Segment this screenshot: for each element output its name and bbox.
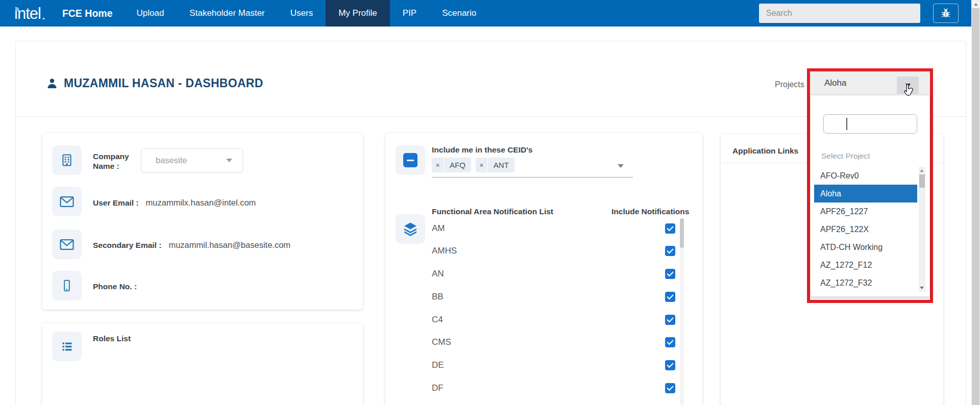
intel-logo-registered-mark	[43, 18, 44, 19]
functional-area-row: AMHS	[432, 245, 675, 257]
include-notifications-header: Include Notifications	[611, 207, 689, 216]
text-cursor	[846, 118, 847, 130]
functional-area-name: DF	[432, 383, 444, 393]
chevron-down-icon	[226, 159, 232, 162]
page-scrollbar[interactable]	[971, 0, 980, 405]
notification-list-scrollbar[interactable]	[680, 218, 684, 405]
list-icon	[60, 340, 74, 353]
layers-icon	[403, 221, 418, 237]
project-list-scrollbar-thumb[interactable]	[919, 174, 925, 188]
notification-list-scrollbar-thumb[interactable]	[680, 218, 684, 248]
company-select[interactable]: basesite	[141, 148, 243, 172]
project-search-input[interactable]	[823, 114, 917, 134]
functional-area-row: AM	[432, 223, 675, 234]
envelope-icon	[59, 195, 75, 208]
nav-item-users[interactable]: Users	[278, 0, 326, 27]
nav-item-scenario[interactable]: Scenario	[429, 0, 489, 27]
include-notification-checkbox[interactable]	[665, 337, 675, 347]
functional-area-icon-tile	[396, 214, 425, 244]
project-option[interactable]: AZ_1272_F32	[814, 274, 917, 292]
mobile-phone-icon	[60, 279, 74, 292]
page-scrollbar-thumb[interactable]	[972, 8, 979, 405]
bug-report-button[interactable]	[933, 4, 959, 23]
project-select-value: Aloha	[824, 71, 846, 95]
functional-area-name: AMHS	[432, 246, 457, 256]
scroll-down-icon[interactable]	[920, 287, 924, 289]
secondary-email-value: muzammil.hasan@basesite.com	[168, 240, 290, 250]
ceid-dropdown-caret-icon[interactable]	[618, 164, 624, 168]
nav-item-fce-home[interactable]: FCE Home	[51, 0, 124, 27]
include-notification-checkbox[interactable]	[665, 246, 675, 256]
roles-card	[42, 323, 363, 405]
nav-item-my-profile[interactable]: My Profile	[326, 0, 390, 27]
project-dropdown-annotation-box: Aloha Select Project AFO-Rev0 Aloha APF2…	[807, 68, 933, 303]
select-project-group-label: Select Project	[821, 151, 870, 161]
bug-icon	[940, 8, 951, 19]
intel-logo-dot-icon	[15, 8, 19, 11]
search-input[interactable]	[759, 4, 920, 23]
roles-icon-tile	[52, 332, 82, 361]
functional-area-row: DF	[432, 383, 675, 394]
include-notification-checkbox[interactable]	[665, 315, 675, 325]
project-option[interactable]: AZ_1272_F12	[814, 256, 917, 274]
project-option[interactable]: AFO-Rev0	[814, 167, 917, 185]
company-select-value: basesite	[156, 156, 187, 165]
remove-tag-icon[interactable]	[476, 158, 488, 172]
secondary-email-label: Secondary Email :	[93, 241, 161, 250]
functional-area-name: C4	[432, 315, 443, 325]
functional-area-name: BB	[432, 292, 444, 302]
company-name-label: Company Name :	[93, 151, 134, 171]
ceid-tag: AFQ	[432, 158, 471, 172]
ceid-title: Include me in these CEID's	[432, 145, 533, 155]
page-title-text: MUZAMMIL HASAN - DASHBOARD	[64, 77, 263, 90]
include-notification-checkbox[interactable]	[665, 223, 675, 234]
include-notification-checkbox[interactable]	[665, 292, 675, 302]
project-list-scrollbar[interactable]	[919, 167, 925, 292]
functional-area-list-title: Functional Area Notification List	[432, 207, 553, 216]
nav-item-upload[interactable]: Upload	[124, 0, 177, 27]
envelope-icon	[59, 238, 75, 251]
user-email-value: muzammilx.hasan@intel.com	[146, 198, 256, 208]
phone-row: Phone No. :	[93, 282, 144, 291]
page-title: MUZAMMIL HASAN - DASHBOARD	[46, 77, 263, 90]
functional-area-row: AN	[432, 268, 675, 280]
project-option[interactable]: ATD-CH Working	[814, 238, 917, 256]
functional-area-row: C4	[432, 314, 675, 325]
functional-area-name: CMS	[432, 337, 451, 347]
include-notification-checkbox[interactable]	[665, 383, 675, 393]
user-email-label: User Email :	[93, 198, 139, 208]
scroll-up-icon	[974, 3, 978, 6]
company-icon-tile	[52, 145, 82, 175]
secondary-email-icon-tile	[52, 230, 82, 259]
project-option-selected[interactable]: Aloha	[814, 185, 917, 202]
nav-item-stakeholder-master[interactable]: Stakeholder Master	[177, 0, 277, 27]
phone-icon-tile	[52, 271, 82, 300]
ceid-tag: ANT	[476, 158, 514, 172]
project-options-list: AFO-Rev0 Aloha APF26_1227 APF26_122X ATD…	[814, 167, 917, 292]
ceid-tag-label: ANT	[488, 158, 514, 172]
ceid-tag-label: AFQ	[444, 158, 471, 172]
phone-label: Phone No. :	[93, 282, 137, 291]
functional-area-name: AN	[432, 269, 444, 279]
secondary-email-row: Secondary Email : muzammil.hasan@basesit…	[93, 240, 290, 250]
include-notification-checkbox[interactable]	[665, 269, 675, 279]
scrollbar-up-button[interactable]	[971, 0, 980, 8]
ceid-icon-tile	[396, 145, 425, 175]
project-dropdown-panel: Select Project AFO-Rev0 Aloha APF26_1227…	[810, 95, 930, 297]
hand-pointer-cursor	[902, 83, 916, 96]
functional-area-row: CMS	[432, 337, 675, 348]
building-icon	[60, 153, 74, 167]
ceid-tags: AFQ ANT	[432, 158, 514, 172]
remove-tag-icon[interactable]	[432, 158, 444, 172]
project-option[interactable]: APF26_1227	[814, 202, 917, 220]
functional-area-row: BB	[432, 291, 675, 302]
ceid-field-underline	[432, 177, 633, 178]
roles-list-title: Roles List	[93, 334, 131, 343]
project-option[interactable]: APF26_122X	[814, 220, 917, 238]
functional-area-name: DE	[432, 360, 444, 370]
scroll-up-icon[interactable]	[920, 169, 924, 172]
intel-logo: intel	[14, 6, 41, 21]
include-notification-checkbox[interactable]	[665, 360, 675, 370]
user-email-row: User Email : muzammilx.hasan@intel.com	[93, 198, 256, 208]
nav-item-pip[interactable]: PIP	[390, 0, 429, 27]
